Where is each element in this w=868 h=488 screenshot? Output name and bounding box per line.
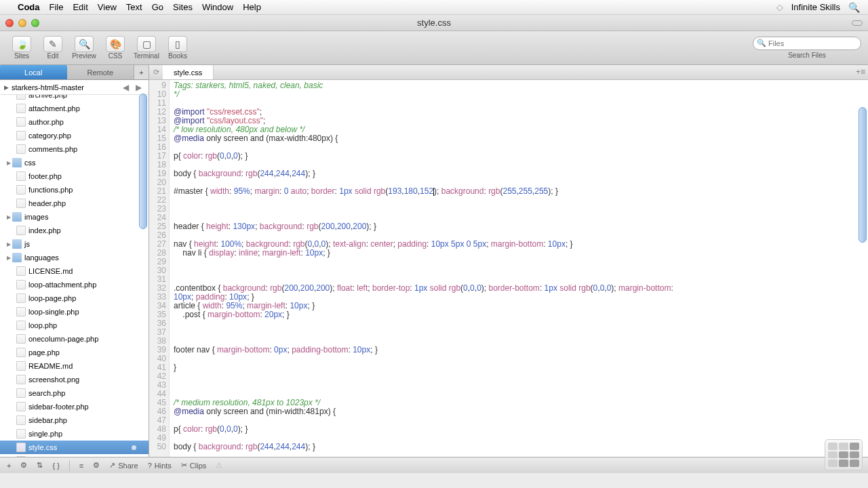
folder-icon: [12, 239, 22, 249]
toolbar-books-button[interactable]: ▯Books: [163, 35, 193, 61]
file-languages[interactable]: ▶languages: [0, 251, 149, 264]
file-images[interactable]: ▶images: [0, 210, 149, 224]
file-icon: [16, 388, 26, 398]
file-index-php[interactable]: index.php: [0, 224, 149, 237]
books-icon: ▯: [168, 36, 187, 52]
file-header-php[interactable]: header.php: [0, 197, 149, 210]
file-icon: [16, 266, 26, 276]
share-button[interactable]: ↗ Share: [109, 461, 138, 470]
file-author-php[interactable]: author.php: [0, 115, 149, 129]
menu-file[interactable]: File: [50, 2, 64, 12]
file-screenshot-png[interactable]: screenshot.png: [0, 373, 149, 386]
file-js[interactable]: ▶js: [0, 237, 149, 251]
spotlight-icon[interactable]: 🔍: [848, 2, 860, 13]
modified-dot-icon: [132, 445, 136, 450]
toolbar: 🍃Sites✎Edit🔍Preview🎨CSS▢Terminal▯Books 🔍…: [0, 31, 868, 65]
menu-edit[interactable]: Edit: [73, 2, 87, 12]
file-footer-php[interactable]: footer.php: [0, 169, 149, 183]
file-loop-page-php[interactable]: loop-page.php: [0, 291, 149, 305]
file-css[interactable]: ▶css: [0, 156, 149, 169]
search-input[interactable]: [753, 37, 861, 50]
file-page-php[interactable]: page.php: [0, 346, 149, 359]
file-icon: [16, 104, 26, 113]
project-name: starkers-html5-master: [12, 83, 84, 92]
wifi-icon[interactable]: ◇: [776, 2, 783, 12]
gear-icon[interactable]: ⚙: [20, 461, 27, 470]
close-button[interactable]: [5, 19, 14, 27]
menu-help[interactable]: Help: [243, 2, 261, 12]
file-LICENSE-md[interactable]: LICENSE.md: [0, 264, 149, 278]
editor-scrollbar[interactable]: [859, 107, 867, 243]
tab-local[interactable]: Local: [0, 65, 67, 79]
file-comments-php[interactable]: comments.php: [0, 142, 149, 156]
file-icon: [16, 293, 26, 303]
folder-icon: [12, 212, 22, 222]
toolbar-sites-button[interactable]: 🍃Sites: [7, 35, 37, 61]
editor-tab[interactable]: style.css: [163, 65, 214, 79]
search-label: Search Files: [788, 52, 826, 59]
terminal-icon: ▢: [137, 36, 156, 52]
file-loop-single-php[interactable]: loop-single.php: [0, 305, 149, 319]
sidebar-scrollbar[interactable]: [139, 94, 147, 229]
file-icon: [16, 95, 26, 100]
file-sidebar-php[interactable]: sidebar.php: [0, 413, 149, 427]
statusbar: + ⚙ ⇅ { } ≡ ⚙ ↗ Share ? Hints ✂ Clips ⚠ …: [0, 457, 868, 473]
code-editor[interactable]: 9101112131415161718192021222324252627282…: [149, 80, 868, 457]
menu-view[interactable]: View: [98, 2, 117, 12]
split-layout-widget[interactable]: [825, 439, 863, 470]
braces-icon[interactable]: { }: [52, 462, 59, 470]
file-icon: [16, 429, 26, 439]
folder-icon: [12, 158, 22, 167]
add-tab-icon[interactable]: +≡: [856, 67, 865, 77]
gear2-icon[interactable]: ⚙: [93, 461, 100, 470]
menubar: Coda File Edit View Text Go Sites Window…: [0, 0, 868, 15]
menu-text[interactable]: Text: [126, 2, 142, 12]
search-icon: 🔍: [757, 39, 766, 47]
clips-button[interactable]: ✂ Clips: [181, 461, 206, 470]
warning-icon[interactable]: ⚠: [216, 461, 222, 470]
file-single-php[interactable]: single.php: [0, 427, 149, 441]
toolbar-terminal-button[interactable]: ▢Terminal: [132, 35, 161, 61]
file-loop-attachment-php[interactable]: loop-attachment.php: [0, 278, 149, 291]
file-search-php[interactable]: search.php: [0, 386, 149, 400]
menu-sites[interactable]: Sites: [173, 2, 193, 12]
file-category-php[interactable]: category.php: [0, 129, 149, 142]
toolbar-toggle-button[interactable]: [852, 20, 863, 26]
file-README-md[interactable]: README.md: [0, 359, 149, 373]
app-name[interactable]: Coda: [18, 2, 40, 12]
add-icon[interactable]: +: [7, 462, 11, 470]
edit-icon: ✎: [43, 36, 62, 52]
project-path-bar[interactable]: ▶ starkers-html5-master ◀ ▶: [0, 80, 149, 95]
nav-back-icon[interactable]: ◀: [120, 83, 132, 92]
tab-remote[interactable]: Remote: [67, 65, 134, 79]
file-icon: [16, 131, 26, 140]
menubar-right-label[interactable]: Infinite Skills: [791, 2, 840, 12]
file-onecolumn-page-php[interactable]: onecolumn-page.php: [0, 332, 149, 346]
file-style-css[interactable]: style.css: [0, 441, 149, 454]
reload-icon[interactable]: ⟳: [149, 68, 163, 77]
file-archive-php[interactable]: archive.php: [0, 95, 149, 102]
toolbar-edit-button[interactable]: ✎Edit: [38, 35, 68, 61]
toolbar-css-button[interactable]: 🎨CSS: [100, 35, 130, 61]
file-attachment-php[interactable]: attachment.php: [0, 102, 149, 115]
file-functions-php[interactable]: functions.php: [0, 183, 149, 197]
minimize-button[interactable]: [18, 19, 26, 27]
code-text[interactable]: Tags: starkers, html5, naked, clean, bas…: [170, 80, 868, 457]
toolbar-preview-button[interactable]: 🔍Preview: [69, 35, 99, 61]
file-icon: [16, 456, 26, 457]
file-tag-php[interactable]: tag.php: [0, 454, 149, 457]
sync-icon[interactable]: ⇅: [37, 461, 43, 470]
tab-add[interactable]: +: [134, 65, 149, 79]
editor-area: ⟳ style.css +≡ 9101112131415161718192021…: [149, 65, 868, 457]
zoom-button[interactable]: [31, 19, 39, 27]
file-list[interactable]: archive.phpattachment.phpauthor.phpcateg…: [0, 95, 149, 457]
hints-button[interactable]: ? Hints: [148, 462, 172, 470]
menu-window[interactable]: Window: [202, 2, 233, 12]
file-loop-php[interactable]: loop.php: [0, 319, 149, 332]
folder-icon: [12, 253, 22, 262]
columns-icon[interactable]: ≡: [79, 462, 83, 470]
nav-forward-icon[interactable]: ▶: [133, 83, 144, 92]
disclosure-icon: ▶: [5, 255, 12, 261]
file-sidebar-footer-php[interactable]: sidebar-footer.php: [0, 400, 149, 413]
menu-go[interactable]: Go: [152, 2, 163, 12]
